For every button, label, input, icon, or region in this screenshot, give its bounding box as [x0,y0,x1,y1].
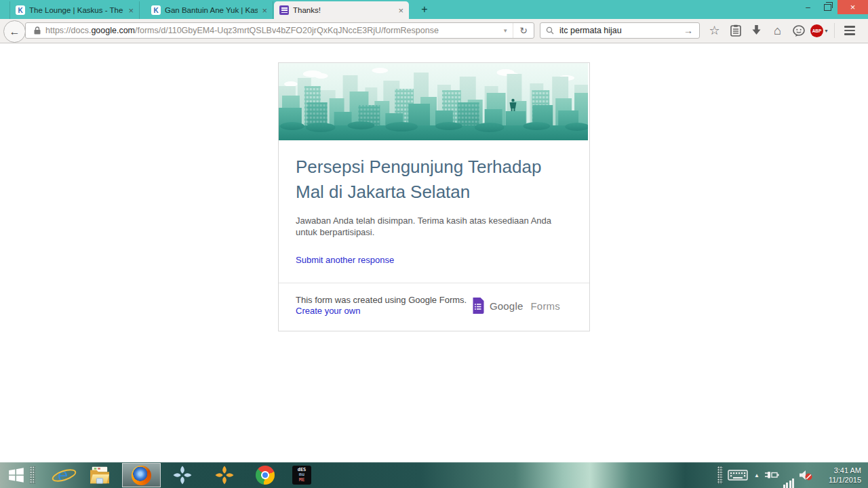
keyboard-icon [728,469,748,481]
tab-label: Gan Bantuin Ane Yuk | Kas... [165,6,258,14]
taskbar-internet-explorer[interactable]: e [50,462,76,488]
tab-close-icon[interactable]: × [262,6,267,15]
tray-power-icon[interactable] [764,462,780,488]
windows-taskbar: e [0,462,868,488]
hello-chat-icon[interactable] [788,21,809,40]
tab-close-icon[interactable]: × [398,6,403,15]
minimize-button[interactable]: – [798,0,818,14]
close-button[interactable]: × [837,0,868,14]
kaskus-favicon: K [16,5,25,15]
browser-titlebar: K The Lounge | Kaskus - The ... × K Gan … [0,0,868,19]
tab-close-icon[interactable]: × [128,6,134,15]
url-bar[interactable]: https://docs.google.com/forms/d/110GbyEM… [25,22,534,39]
screen: K The Lounge | Kaskus - The ... × K Gan … [0,0,868,488]
network-signal-icon[interactable] [781,462,796,488]
navigation-toolbar: ← https://docs.google.com/forms/d/110Gby… [0,19,868,43]
submit-another-response-link[interactable]: Submit another response [296,255,394,265]
tab-kaskus-lounge[interactable]: K The Lounge | Kaskus - The ... × [9,1,140,19]
form-response-card: Persepsi Pengunjung Terhadap Mal di Jaka… [278,62,590,331]
taskbar-firefox-active[interactable] [122,463,161,487]
url-domain: google.com [91,26,135,35]
toolbar-icons: ☆ ⌂ [704,19,860,42]
confirmation-message: Jawaban Anda telah disimpan. Terima kasi… [296,215,561,238]
footer-text-block: This form was created using Google Forms… [296,295,467,317]
taskbar-file-explorer[interactable] [87,462,113,488]
form-footer: This form was created using Google Forms… [279,283,589,331]
create-your-own-link[interactable]: Create your own [296,306,467,317]
tray-expand-icon[interactable]: ▲ [751,462,762,488]
search-icon [546,26,554,35]
ppsspp-gold-icon [215,466,234,485]
start-button[interactable] [4,462,28,488]
internet-explorer-icon: e [52,465,74,485]
logo-text-forms: Forms [531,300,561,312]
taskbar-desmume[interactable]: dES mu ME [289,462,315,488]
home-icon[interactable]: ⌂ [767,21,788,40]
bookmark-star-icon[interactable]: ☆ [704,21,725,40]
lock-icon [34,26,41,35]
chrome-icon [256,466,275,485]
tab-kaskus-thread[interactable]: K Gan Bantuin Ane Yuk | Kas... × [146,1,273,19]
tab-label: Thanks! [293,6,394,14]
ppsspp-icon [173,466,192,485]
taskbar-ppsspp[interactable] [170,462,195,488]
url-prefix: https://docs. [45,26,91,35]
restore-button[interactable] [818,0,837,14]
touch-keyboard-button[interactable] [726,462,750,488]
tab-thanks-active[interactable]: Thanks! × [274,1,409,19]
kaskus-favicon: K [151,5,161,15]
desmume-icon: dES mu ME [292,466,311,485]
downloads-icon[interactable] [746,21,767,40]
battery-plug-icon [764,470,779,481]
firefox-icon [132,466,151,485]
form-header-illustration [279,63,589,140]
search-box: → [540,22,700,39]
tab-label: The Lounge | Kaskus - The ... [29,6,124,14]
clock-time: 3:41 AM [834,466,861,475]
clock-date: 11/1/2015 [829,475,861,485]
abp-caret-icon[interactable]: ▼ [824,28,829,33]
url-dropdown-icon[interactable]: ▼ [498,28,513,34]
taskbar-ppsspp-gold[interactable] [212,462,237,488]
file-explorer-icon [89,466,111,485]
reload-icon[interactable]: ↻ [513,23,534,38]
google-forms-logo-icon [472,298,484,314]
window-controls: – × [798,0,868,14]
form-title: Persepsi Pengunjung Terhadap Mal di Jaka… [296,155,557,205]
created-with-note: This form was created using Google Forms… [296,295,467,306]
back-button[interactable]: ← [3,20,26,43]
tray-grip-handle[interactable] [717,466,723,484]
adblock-plus-icon[interactable]: ABP ▼ [809,21,830,40]
google-forms-favicon [279,5,289,15]
bookmarks-menu-icon[interactable] [725,21,746,40]
volume-muted-icon[interactable] [797,462,814,488]
google-forms-logo[interactable]: GoogleForms [472,298,572,314]
taskbar-grip-handle[interactable] [30,466,35,484]
new-tab-button[interactable]: + [416,1,433,18]
browser-viewport: Persepsi Pengunjung Terhadap Mal di Jaka… [0,43,868,462]
search-go-icon[interactable]: → [677,25,699,36]
url-path: /forms/d/110GbyEM4-Uqz3mrtQSLBv4bZFO20jr… [135,26,439,35]
toolbar-separator [834,23,835,38]
logo-text-google: Google [490,300,524,312]
tray-clock[interactable]: 3:41 AM 11/1/2015 [812,462,867,488]
taskbar-chrome[interactable] [252,462,278,488]
form-body: Persepsi Pengunjung Terhadap Mal di Jaka… [279,140,589,283]
windows-start-icon [7,466,25,484]
search-input[interactable] [558,25,677,36]
menu-hamburger-icon[interactable] [839,21,860,40]
